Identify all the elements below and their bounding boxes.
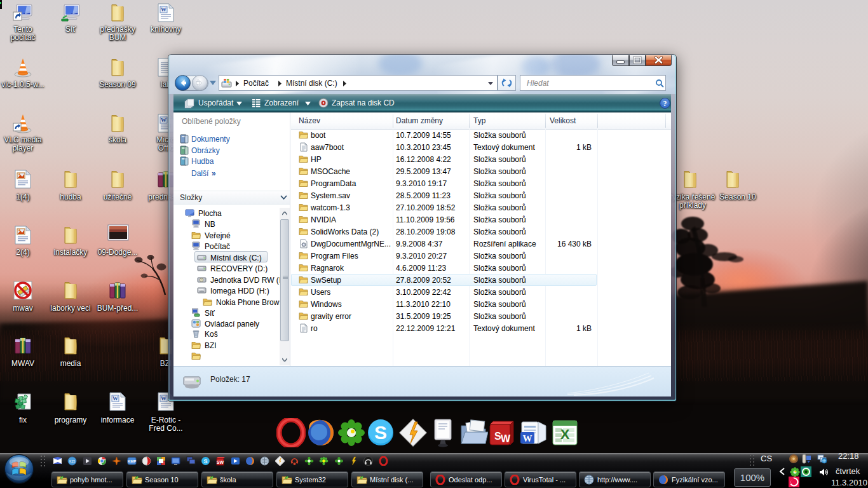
svg-text:S: S — [203, 458, 207, 464]
svg-text:SW: SW — [217, 460, 224, 464]
svg-text:KMP: KMP — [127, 459, 135, 463]
svg-text:W: W — [161, 395, 166, 402]
svg-text:W: W — [523, 433, 532, 444]
svg-text:S: S — [374, 422, 387, 443]
svg-text:W: W — [501, 433, 511, 444]
svg-text:?: ? — [663, 99, 667, 108]
svg-text:X: X — [560, 426, 570, 442]
svg-text:K25: K25 — [69, 459, 75, 463]
svg-text:W: W — [161, 117, 166, 123]
svg-text:W: W — [112, 395, 118, 402]
svg-text:W: W — [161, 6, 166, 13]
